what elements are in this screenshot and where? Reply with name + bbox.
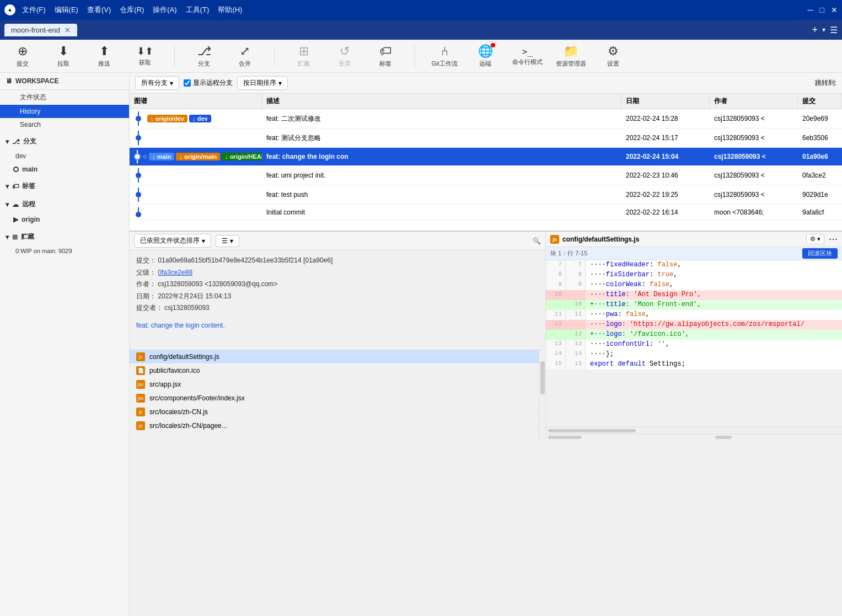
commit-col-6: 9afa8cf (798, 206, 842, 218)
sidebar-item-branch-main[interactable]: main (0, 163, 129, 176)
col-header-graph: 图谱 (130, 94, 262, 109)
desc-col-1: feat: 二次测试修改 (262, 112, 621, 126)
toolbar-tag[interactable]: 🏷 标签 (372, 44, 399, 68)
toolbar-discard[interactable]: ↺ 丢弃 (331, 44, 358, 68)
main-layout: 🖥 WORKSPACE 文件状态 History Search ▾ ⎇ 分支 d… (0, 73, 842, 616)
menu-edit[interactable]: 编辑(E) (55, 5, 78, 15)
file-list-item[interactable]: js src/locales/zh-CN.js (130, 405, 539, 419)
rollback-button[interactable]: 回滚区块 (802, 248, 838, 259)
show-remote-checkbox[interactable] (184, 79, 191, 87)
sidebar-item-search[interactable]: Search (0, 118, 129, 131)
remote-icon-sidebar: ☁ (12, 201, 19, 208)
view-mode-dropdown[interactable]: ☰ ▾ (216, 235, 239, 247)
tab-bar-right: + ▾ ☰ (812, 24, 838, 36)
branch-tag-origin-dev: ↓ origin/dev (147, 115, 187, 122)
branch-filter-dropdown[interactable]: 所有分支 ▾ (135, 76, 179, 90)
sort-label: 按日期排序 (243, 78, 276, 88)
diff-settings-button[interactable]: ⚙ ▾ (806, 234, 824, 244)
history-toolbar-left: 所有分支 ▾ 显示远程分支 按日期排序 ▾ (135, 76, 288, 90)
sidebar-remote-header[interactable]: ▾ ☁ 远程 (0, 196, 129, 212)
toolbar-fetch[interactable]: ⬇⬆ 获取 (131, 45, 159, 67)
sidebar-stash-item[interactable]: 0:WIP on main: 9029 (0, 245, 129, 257)
search-icon-bottom[interactable]: 🔍 (533, 237, 541, 245)
stash-collapse-icon: ▾ (6, 233, 9, 241)
graph-col-1: ↓ origin/dev ↓ dev (130, 109, 262, 128)
close-button[interactable]: ✕ (831, 6, 838, 14)
minimize-button[interactable]: ─ (808, 6, 813, 14)
file-list-item[interactable]: jsx src/app.jsx (130, 378, 539, 392)
title-bar-menu: 文件(F) 编辑(E) 查看(V) 仓库(R) 操作(A) 工具(T) 帮助(H… (22, 5, 242, 15)
sort-dropdown[interactable]: 按日期排序 ▾ (237, 76, 288, 90)
push-icon: ⬆ (99, 44, 109, 58)
toolbar-merge[interactable]: ⤢ 合并 (231, 44, 259, 68)
bottom-left-toolbar: 已依照文件状态排序 ▾ ☰ ▾ 🔍 (130, 232, 545, 250)
toolbar-terminal[interactable]: >_ 命令行模式 (512, 46, 543, 66)
graph-col-3: ○ ↓ main ↓ origin/main ↓ origin/HEAD (130, 148, 262, 165)
sidebar-branches-header[interactable]: ▾ ⎇ 分支 (0, 133, 129, 149)
file-list-item[interactable]: js src/locales/zh-CN/pagee... (130, 419, 539, 433)
sidebar-origin-header[interactable]: ▶ origin (0, 212, 129, 227)
active-tab[interactable]: moon-front-end ✕ (4, 24, 77, 36)
tab-close-icon[interactable]: ✕ (65, 26, 71, 34)
menu-view[interactable]: 查看(V) (87, 5, 111, 15)
toolbar-explorer[interactable]: 📁 资源管理器 (556, 44, 586, 68)
file-sort-label: 已依照文件状态排序 (140, 236, 200, 245)
tab-dropdown-icon[interactable]: ▾ (822, 26, 825, 34)
commit-row[interactable]: feat: test push 2022-02-22 19:25 csj1328… (130, 185, 842, 205)
toolbar-pull[interactable]: ⬇ 拉取 (50, 44, 77, 68)
file-list-scrollbar[interactable] (539, 350, 545, 441)
date-label: 日期： (136, 292, 156, 300)
commit-row[interactable]: feat: 测试分支忽略 2022-02-24 15:17 csj1328059… (130, 128, 842, 148)
remote-label: 远程 (22, 200, 35, 209)
graph-col-2 (130, 128, 262, 147)
file-sort-dropdown[interactable]: 已依照文件状态排序 ▾ (134, 234, 211, 248)
tags-collapse-icon: ▾ (6, 183, 9, 190)
committer-value: csj1328059093 (164, 304, 209, 312)
remote-icon: 🌐 (478, 44, 493, 58)
commit-col-4: 0fa3ce2 (798, 169, 842, 181)
branch-tag-origin-main: ↓ origin/main (176, 153, 220, 160)
parent-link[interactable]: 0fa3ce2e88 (158, 269, 192, 276)
menu-tools[interactable]: 工具(T) (186, 5, 210, 15)
origin-label: origin (22, 216, 40, 223)
menu-help[interactable]: 帮助(H) (218, 5, 242, 15)
file-sort-arrow: ▾ (202, 237, 205, 245)
maximize-button[interactable]: □ (820, 6, 824, 14)
diff-more-button[interactable]: ⋯ (829, 234, 838, 244)
desc-col-2: feat: 测试分支忽略 (262, 131, 621, 145)
branch-main-label: main (22, 165, 37, 173)
toolbar-branch[interactable]: ⎇ 分支 (190, 44, 218, 68)
toolbar-remote[interactable]: 🌐 远端 (471, 44, 499, 68)
commit-row[interactable]: Initial commit 2022-02-22 16:14 moon <70… (130, 205, 842, 220)
diff-settings-icon: ⚙ (810, 235, 816, 243)
file-name-2: public/favicon.ico (149, 367, 200, 374)
diff-horizontal-scrollbar[interactable] (546, 427, 842, 433)
toolbar-push[interactable]: ⬆ 推送 (90, 44, 118, 68)
author-field: 作者： csj1328059093 <1328059093@qq.com> (136, 278, 539, 291)
menu-file[interactable]: 文件(F) (22, 5, 46, 15)
diff-file-icon: js (550, 235, 559, 244)
sidebar-item-branch-dev[interactable]: dev (0, 149, 129, 163)
sidebar-item-history[interactable]: History (0, 105, 129, 118)
sidebar-stash-header[interactable]: ▾ ⊞ 贮藏 (0, 229, 129, 245)
toolbar-commit[interactable]: ⊕ 提交 (9, 44, 36, 68)
file-list-item[interactable]: js config/defaultSettings.js (130, 350, 539, 364)
hamburger-menu-icon[interactable]: ☰ (830, 25, 838, 35)
toolbar-stash[interactable]: ⊞ 贮藏 (290, 44, 318, 68)
commit-row[interactable]: feat: umi project init. 2022-02-23 10:46… (130, 166, 842, 185)
menu-action[interactable]: 操作(A) (153, 5, 176, 15)
file-list-item[interactable]: 📄 public/favicon.ico (130, 364, 539, 378)
sidebar-item-filestatus[interactable]: 文件状态 (0, 90, 129, 105)
title-bar-controls: ─ □ ✕ (808, 6, 838, 14)
sidebar-tags-header[interactable]: ▾ 🏷 标签 (0, 178, 129, 194)
toolbar-gitflow[interactable]: ⑃ Git工作流 (431, 44, 458, 68)
file-list-item[interactable]: jsx src/components/Footer/index.jsx (130, 392, 539, 405)
new-tab-button[interactable]: + (812, 24, 818, 36)
commit-row-selected[interactable]: ○ ↓ main ↓ origin/main ↓ origin/HEAD fea… (130, 148, 842, 166)
toolbar-settings[interactable]: ⚙ 设置 (599, 44, 627, 68)
commit-col-2: 6eb3506 (798, 132, 842, 144)
diff-bottom-scroll[interactable] (546, 433, 842, 440)
date-col-3: 2022-02-24 15:04 (621, 151, 710, 163)
commit-row[interactable]: ↓ origin/dev ↓ dev feat: 二次测试修改 2022-02-… (130, 109, 842, 128)
menu-repo[interactable]: 仓库(R) (120, 5, 144, 15)
